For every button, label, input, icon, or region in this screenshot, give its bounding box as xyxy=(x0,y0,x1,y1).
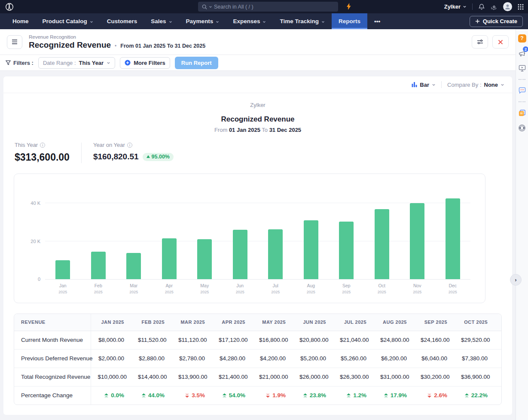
revenue-cell: $29,520.00 xyxy=(454,331,494,349)
column-header: JUL 2025 xyxy=(333,314,373,331)
info-icon[interactable]: i xyxy=(40,143,45,148)
revenue-cell: $24,160.00 xyxy=(414,331,454,349)
double-chevron-up-icon xyxy=(303,393,308,398)
global-search[interactable] xyxy=(198,2,338,12)
notifications-bell-icon[interactable] xyxy=(478,3,485,10)
bar-jun[interactable] xyxy=(233,230,247,279)
percentage-value: 1.9% xyxy=(272,392,286,399)
bar-jul[interactable] xyxy=(268,229,283,279)
percentage-cell: 2.6% xyxy=(414,386,454,405)
revenue-cell: $21,400.00 xyxy=(212,368,252,386)
x-axis-label: Apr2025 xyxy=(152,283,187,295)
bar-aug[interactable] xyxy=(304,220,318,279)
revenue-cell: $2,780.00 xyxy=(171,349,212,368)
org-switcher[interactable]: Zylker xyxy=(444,3,467,10)
double-chevron-up-icon xyxy=(141,393,146,398)
bar-mar[interactable] xyxy=(126,253,141,279)
report-date-range: From 01 Jan 2025 To 31 Dec 2025 xyxy=(3,127,512,133)
y-axis-tick-label: 40 K xyxy=(31,201,40,206)
info-icon[interactable]: i xyxy=(127,143,132,148)
revenue-cell: $4,200.00 xyxy=(252,349,293,368)
bar-jan[interactable] xyxy=(55,260,70,279)
hamburger-icon xyxy=(12,40,18,44)
column-header: NOV 2025 xyxy=(494,314,502,331)
chevron-down-icon xyxy=(107,61,110,65)
x-axis-label: Jul2025 xyxy=(258,283,293,295)
x-axis-label: Sep2025 xyxy=(329,283,364,295)
this-year-value: $313,600.00 xyxy=(15,152,70,163)
bar-nov[interactable] xyxy=(410,203,424,279)
nav-item-product-catalog[interactable]: Product Catalog xyxy=(36,13,100,29)
search-input[interactable] xyxy=(214,4,334,10)
customize-report-button[interactable] xyxy=(472,35,488,49)
user-avatar[interactable] xyxy=(503,2,512,11)
column-header: APR 2025 xyxy=(212,314,252,331)
revenue-cell: $5,200.00 xyxy=(293,349,333,368)
resources-icon[interactable] xyxy=(518,109,526,117)
percentage-cell: 0.0% xyxy=(91,386,131,405)
divider xyxy=(519,101,525,102)
run-report-button[interactable]: Run Report xyxy=(175,57,218,69)
x-axis-label: Aug2025 xyxy=(293,283,329,295)
chevron-down-icon xyxy=(216,20,219,24)
support-icon[interactable] xyxy=(518,124,526,132)
percentage-value: 17.9% xyxy=(391,392,407,399)
compare-by-selector[interactable]: Compare By : None xyxy=(447,82,504,88)
lightning-icon[interactable] xyxy=(346,3,351,12)
search-scope-chevron-icon[interactable] xyxy=(209,5,212,9)
report-heading: Zylker Recognized Revenue From 01 Jan 20… xyxy=(3,93,512,135)
nav-item-home[interactable]: Home xyxy=(6,13,36,29)
bar-dec[interactable] xyxy=(446,198,460,279)
nav-item-sales[interactable]: Sales xyxy=(144,13,179,29)
double-chevron-down-icon xyxy=(427,393,432,398)
plus-circle-icon xyxy=(125,60,131,66)
nav-item-time-tracking[interactable]: Time Tracking xyxy=(273,13,332,29)
settings-gear-icon[interactable] xyxy=(491,3,497,10)
column-header: MAY 2025 xyxy=(252,314,293,331)
collapse-rail-button[interactable]: › xyxy=(510,274,522,286)
nav-item-payments[interactable]: Payments xyxy=(179,13,226,29)
more-filters-button[interactable]: More Filters xyxy=(120,57,170,69)
close-report-button[interactable] xyxy=(492,35,509,49)
row-label: Percentage Change xyxy=(14,386,91,405)
y-axis-tick-label: 0 xyxy=(38,277,40,282)
nav-item-more[interactable]: ••• xyxy=(367,13,387,29)
nav-item-label: Reports xyxy=(339,18,360,24)
app-logo-icon[interactable] xyxy=(5,2,14,11)
bar-sep[interactable] xyxy=(339,222,354,279)
nav-item-label: Sales xyxy=(151,18,166,24)
bar-feb[interactable] xyxy=(91,252,106,279)
report-list-toggle-button[interactable] xyxy=(7,35,22,49)
announcement-icon[interactable]: 2 xyxy=(518,49,526,58)
nav-item-customers[interactable]: Customers xyxy=(100,13,144,29)
triangle-up-icon xyxy=(146,155,150,158)
revenue-cell: $26,300.00 xyxy=(333,368,373,386)
top-utility-bar: Zylker xyxy=(0,0,528,13)
divider xyxy=(519,79,525,80)
summary-cards: This Year i $313,600.00 Year on Year i $… xyxy=(3,135,512,171)
bar-apr[interactable] xyxy=(162,238,177,279)
video-demo-icon[interactable] xyxy=(518,64,526,73)
page-title: Recognized Revenue xyxy=(29,40,111,50)
percentage-cell: 8.4% xyxy=(494,386,502,405)
column-header: JUN 2025 xyxy=(293,314,333,331)
x-axis-label: May2025 xyxy=(187,283,223,295)
chevron-down-icon xyxy=(169,20,172,24)
percentage-cell: 23.8% xyxy=(293,386,333,405)
nav-item-label: Customers xyxy=(107,18,137,24)
sliders-icon xyxy=(477,39,483,45)
help-icon[interactable]: ? xyxy=(518,34,526,43)
bar-oct[interactable] xyxy=(375,209,389,279)
percentage-value: 0.0% xyxy=(111,392,124,399)
nav-item-reports[interactable]: Reports xyxy=(332,13,367,29)
quick-create-button[interactable]: Quick Create xyxy=(470,16,523,27)
app-grid-icon[interactable] xyxy=(518,4,524,10)
chat-icon[interactable] xyxy=(518,86,526,95)
revenue-table-card: REVENUEJAN 2025FEB 2025MAR 2025APR 2025M… xyxy=(14,313,502,405)
chart-type-selector[interactable]: Bar xyxy=(412,82,436,88)
nav-item-expenses[interactable]: Expenses xyxy=(226,13,273,29)
nav-item-label: Payments xyxy=(186,18,214,24)
date-range-filter[interactable]: Date Range : This Year xyxy=(38,57,115,69)
chevron-down-icon xyxy=(432,83,436,87)
bar-may[interactable] xyxy=(197,239,212,279)
